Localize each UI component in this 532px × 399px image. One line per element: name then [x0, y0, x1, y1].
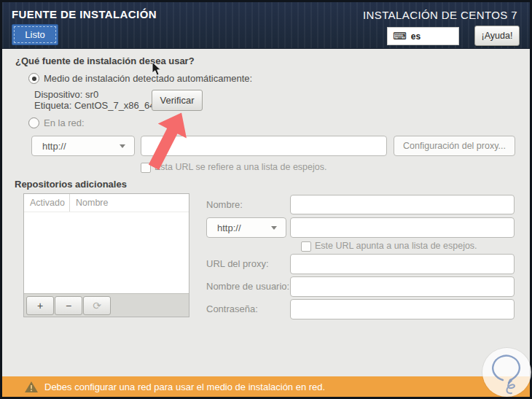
auto-media-label: Medio de instalación detectado automátic…: [44, 73, 252, 84]
username-input[interactable]: [290, 276, 515, 297]
lightbulb-icon: [482, 348, 531, 397]
repos-table-body[interactable]: [24, 212, 189, 293]
help-button[interactable]: ¡Ayuda!: [474, 26, 520, 46]
repo-mirror-checkbox[interactable]: [301, 241, 311, 252]
mouse-cursor: [152, 61, 163, 77]
repo-name-label: Nombre:: [206, 199, 243, 210]
warning-bar: Debes configurar una red para usar el me…: [2, 376, 530, 397]
repo-name-input[interactable]: [290, 195, 515, 214]
column-nombre[interactable]: Nombre: [70, 194, 189, 212]
keyboard-layout-indicator[interactable]: ⌨ es: [387, 27, 459, 45]
warning-icon: [25, 381, 38, 392]
refresh-repo-button[interactable]: ⟳: [83, 296, 111, 315]
repo-url-input[interactable]: [290, 217, 515, 238]
repo-protocol-dropdown[interactable]: http://: [206, 217, 286, 238]
watermark-logo: [482, 348, 531, 397]
product-title: INSTALACIÓN DE CENTOS 7: [363, 9, 517, 21]
add-repo-button[interactable]: +: [26, 296, 54, 315]
header-bar: FUENTE DE INSTALACIÓN INSTALACIÓN DE CEN…: [2, 2, 530, 49]
network-radio[interactable]: [28, 117, 39, 128]
repos-table[interactable]: Activado Nombre + − ⟳: [23, 193, 189, 317]
done-button[interactable]: Listo: [12, 24, 58, 45]
installer-window: FUENTE DE INSTALACIÓN INSTALACIÓN DE CEN…: [0, 0, 532, 399]
protocol-value: http://: [42, 141, 66, 152]
password-label: Contraseña:: [206, 303, 258, 314]
username-label: Nombre de usuario:: [206, 281, 289, 292]
protocol-dropdown[interactable]: http://: [31, 136, 135, 156]
remove-repo-button[interactable]: −: [55, 296, 82, 315]
auto-media-radio[interactable]: [28, 73, 39, 84]
repo-mirror-label: Este URL apunta a una lista de espejos.: [315, 241, 477, 251]
chevron-down-icon: [271, 226, 277, 230]
network-label: En la red:: [44, 117, 85, 128]
proxy-config-button[interactable]: Configuración del proxy...: [394, 136, 515, 156]
mirror-list-label: Esta URL se refiere a una lista de espej…: [154, 162, 326, 172]
repo-protocol-value: http://: [217, 222, 241, 233]
repos-table-header: Activado Nombre: [24, 194, 189, 212]
device-line: Dispositivo: sr0: [34, 89, 98, 100]
repos-toolbar: + − ⟳: [24, 293, 189, 317]
chevron-down-icon: [120, 144, 125, 148]
repos-title: Repositorios adicionales: [15, 179, 127, 190]
proxy-url-input[interactable]: [290, 254, 515, 274]
warning-text: Debes configurar una red para usar el me…: [44, 381, 325, 392]
keyboard-layout-code: es: [411, 31, 420, 42]
page-title: FUENTE DE INSTALACIÓN: [12, 8, 157, 20]
column-activado[interactable]: Activado: [24, 194, 70, 212]
source-question: ¿Qué fuente de instalación desea usar?: [15, 55, 195, 66]
password-input[interactable]: [290, 299, 515, 319]
proxy-url-label: URL del proxy:: [206, 258, 269, 269]
verify-button[interactable]: Verificar: [152, 90, 203, 111]
label-line: Etiqueta: CentOS_7_x86_64: [34, 100, 155, 111]
keyboard-icon: ⌨: [393, 31, 407, 41]
